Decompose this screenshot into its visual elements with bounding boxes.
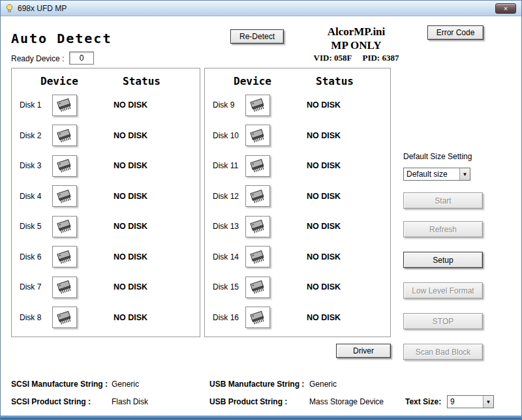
default-size-value: Default size bbox=[404, 170, 459, 179]
error-code-button[interactable]: Error Code bbox=[427, 25, 484, 40]
chip-icon bbox=[52, 277, 77, 298]
device-row: Disk 11 NO DISK bbox=[205, 151, 390, 181]
device-row: Disk 16 NO DISK bbox=[205, 303, 390, 333]
text-size-dropdown[interactable]: 9 ▼ bbox=[447, 395, 494, 408]
refresh-button[interactable]: Refresh bbox=[403, 221, 483, 237]
status-column-header: Status bbox=[299, 75, 371, 87]
device-row: Disk 10 NO DISK bbox=[205, 121, 390, 151]
chip-icon bbox=[52, 155, 77, 177]
device-row: Disk 14 NO DISK bbox=[205, 242, 390, 273]
disk-status: NO DISK bbox=[114, 313, 172, 322]
disk-label: Disk 13 bbox=[213, 222, 245, 231]
default-size-dropdown[interactable]: Default size ▼ bbox=[403, 168, 470, 181]
disk-label: Disk 7 bbox=[20, 282, 52, 292]
scan-bad-block-button[interactable]: Scan Bad Block bbox=[403, 344, 483, 360]
panel-right-header: Device Status bbox=[205, 68, 390, 87]
device-row: Disk 5 NO DISK bbox=[12, 211, 200, 242]
low-level-format-button[interactable]: Low Level Format bbox=[403, 282, 483, 299]
device-row: Disk 1 NO DISK bbox=[12, 90, 200, 121]
disk-status: NO DISK bbox=[307, 192, 365, 201]
vid-value: VID: 058F bbox=[314, 53, 352, 63]
usb-manufacture-value: Generic bbox=[309, 380, 337, 389]
chip-icon bbox=[245, 216, 270, 237]
disk-label: Disk 6 bbox=[20, 252, 52, 262]
panel-left-header: Device Status bbox=[12, 68, 200, 87]
device-row: Disk 4 NO DISK bbox=[12, 181, 200, 212]
vid-pid: VID: 058F PID: 6387 bbox=[298, 53, 415, 63]
device-panel-right: Device Status Disk 9 NO DISK Disk 10 NO … bbox=[204, 68, 391, 337]
ini-filename: AlcorMP.ini bbox=[307, 25, 405, 38]
disk-status: NO DISK bbox=[114, 131, 172, 140]
chevron-down-icon[interactable]: ▼ bbox=[483, 396, 493, 408]
ready-device-label: Ready Device : bbox=[11, 54, 64, 63]
scsi-manufacture-label: SCSI Manufacture String : bbox=[11, 380, 108, 389]
chip-icon bbox=[52, 125, 77, 146]
mp-only-label: MP ONLY bbox=[307, 39, 405, 52]
app-window: 698x UFD MP × Auto Detect Ready Device :… bbox=[0, 0, 522, 420]
device-row: Disk 7 NO DISK bbox=[12, 272, 200, 303]
disk-status: NO DISK bbox=[114, 252, 172, 262]
pid-value: PID: 6387 bbox=[362, 53, 399, 63]
chip-icon bbox=[52, 185, 77, 207]
scsi-product-value: Flash Disk bbox=[112, 397, 148, 406]
device-row: Disk 3 NO DISK bbox=[12, 151, 200, 181]
device-row: Disk 6 NO DISK bbox=[12, 242, 200, 273]
disk-label: Disk 10 bbox=[213, 131, 245, 140]
disk-label: Disk 8 bbox=[20, 313, 52, 322]
device-column-header: Device bbox=[217, 75, 288, 87]
setup-button[interactable]: Setup bbox=[403, 252, 483, 268]
page-title: Auto Detect bbox=[11, 31, 112, 46]
window-title: 698x UFD MP bbox=[18, 4, 67, 13]
chip-icon bbox=[52, 216, 77, 237]
disk-label: Disk 11 bbox=[213, 161, 245, 170]
window-bottom-frame bbox=[1, 415, 521, 419]
disk-label: Disk 16 bbox=[213, 313, 245, 322]
disk-label: Disk 2 bbox=[20, 131, 52, 140]
chip-icon bbox=[245, 277, 270, 298]
disk-label: Disk 4 bbox=[20, 192, 52, 201]
device-row: Disk 15 NO DISK bbox=[205, 272, 390, 303]
disk-status: NO DISK bbox=[114, 100, 172, 110]
device-row: Disk 9 NO DISK bbox=[205, 90, 390, 121]
disk-label: Disk 3 bbox=[20, 161, 52, 170]
usb-manufacture-label: USB Manufacture String : bbox=[209, 380, 304, 389]
chip-icon bbox=[52, 307, 77, 328]
device-panel-left: Device Status Disk 1 NO DISK Disk 2 NO D… bbox=[11, 68, 200, 337]
disk-label: Disk 9 bbox=[213, 100, 245, 110]
close-button[interactable]: × bbox=[495, 3, 516, 14]
disk-status: NO DISK bbox=[307, 313, 365, 322]
chip-icon bbox=[245, 125, 270, 146]
chip-icon bbox=[245, 307, 270, 328]
start-button[interactable]: Start bbox=[403, 192, 483, 209]
text-size-value: 9 bbox=[448, 397, 483, 406]
device-column-header: Device bbox=[23, 75, 95, 87]
stop-button[interactable]: STOP bbox=[403, 313, 483, 329]
disk-status: NO DISK bbox=[114, 282, 172, 292]
scsi-product-label: SCSI Product String : bbox=[11, 397, 91, 406]
disk-status: NO DISK bbox=[307, 131, 365, 140]
disk-status: NO DISK bbox=[307, 282, 365, 292]
panel-left-rows: Disk 1 NO DISK Disk 2 NO DISK Disk 3 NO … bbox=[12, 90, 200, 333]
panel-right-rows: Disk 9 NO DISK Disk 10 NO DISK Disk 11 N… bbox=[205, 90, 390, 333]
disk-status: NO DISK bbox=[114, 161, 172, 170]
title-bar[interactable]: 698x UFD MP × bbox=[1, 1, 521, 16]
device-row: Disk 13 NO DISK bbox=[205, 211, 390, 242]
text-size-label: Text Size: bbox=[405, 397, 441, 406]
disk-status: NO DISK bbox=[307, 252, 365, 262]
chip-icon bbox=[52, 246, 77, 267]
disk-status: NO DISK bbox=[114, 192, 172, 201]
disk-label: Disk 15 bbox=[213, 282, 245, 292]
disk-label: Disk 12 bbox=[213, 192, 245, 201]
ready-device-field[interactable] bbox=[69, 52, 94, 65]
disk-status: NO DISK bbox=[307, 100, 365, 110]
redetect-button[interactable]: Re-Detect bbox=[230, 29, 284, 44]
device-row: Disk 12 NO DISK bbox=[205, 181, 390, 212]
chip-icon bbox=[245, 185, 270, 207]
chevron-down-icon[interactable]: ▼ bbox=[459, 168, 470, 180]
disk-status: NO DISK bbox=[307, 222, 365, 231]
lightbulb-icon bbox=[5, 3, 14, 13]
driver-button[interactable]: Driver bbox=[336, 344, 391, 358]
disk-label: Disk 1 bbox=[20, 100, 52, 110]
scsi-manufacture-value: Generic bbox=[112, 380, 139, 389]
chip-icon bbox=[245, 155, 270, 177]
